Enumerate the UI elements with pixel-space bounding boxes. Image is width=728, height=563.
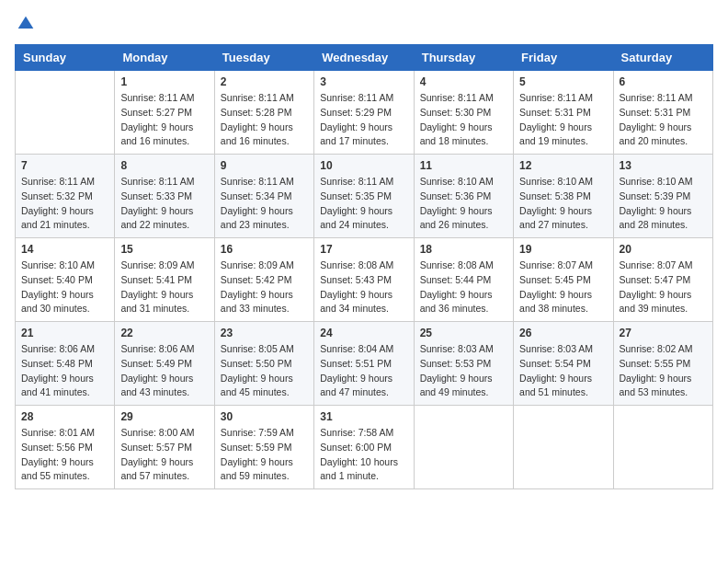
day-number: 6 [620,75,707,88]
page-header [15,15,713,33]
calendar-cell: 25Sunrise: 8:03 AMSunset: 5:53 PMDayligh… [414,322,513,406]
day-info: Sunrise: 8:02 AMSunset: 5:55 PMDaylight:… [620,342,707,400]
day-number: 8 [120,159,208,172]
day-number: 14 [21,243,108,256]
day-number: 31 [320,410,407,423]
day-number: 13 [620,159,707,172]
day-number: 29 [120,410,208,423]
day-number: 18 [420,243,507,256]
day-number: 23 [221,327,308,339]
day-number: 27 [620,327,707,339]
calendar-cell [16,71,115,155]
day-info: Sunrise: 8:10 AMSunset: 5:36 PMDaylight:… [420,175,507,233]
calendar-cell: 5Sunrise: 8:11 AMSunset: 5:31 PMDaylight… [514,71,613,155]
calendar-cell [613,406,712,489]
day-number: 26 [519,327,607,339]
day-number: 28 [21,410,108,423]
calendar-cell: 9Sunrise: 8:11 AMSunset: 5:34 PMDaylight… [214,155,313,238]
calendar-cell: 13Sunrise: 8:10 AMSunset: 5:39 PMDayligh… [613,155,712,238]
calendar-cell: 19Sunrise: 8:07 AMSunset: 5:45 PMDayligh… [514,238,613,322]
calendar-week-2: 7Sunrise: 8:11 AMSunset: 5:32 PMDaylight… [16,155,713,238]
day-number: 21 [21,327,108,339]
day-info: Sunrise: 8:11 AMSunset: 5:31 PMDaylight:… [620,91,707,149]
day-info: Sunrise: 8:10 AMSunset: 5:39 PMDaylight:… [620,175,707,233]
day-info: Sunrise: 8:11 AMSunset: 5:29 PMDaylight:… [320,91,407,149]
calendar-cell: 16Sunrise: 8:09 AMSunset: 5:42 PMDayligh… [214,238,313,322]
calendar-week-1: 1Sunrise: 8:11 AMSunset: 5:27 PMDaylight… [16,71,713,155]
day-info: Sunrise: 8:10 AMSunset: 5:38 PMDaylight:… [519,175,607,233]
day-number: 5 [519,75,607,88]
calendar-cell: 2Sunrise: 8:11 AMSunset: 5:28 PMDaylight… [214,71,313,155]
day-header-wednesday: Wednesday [314,45,414,71]
logo-icon [17,15,35,33]
logo [15,15,35,33]
calendar-cell: 12Sunrise: 8:10 AMSunset: 5:38 PMDayligh… [514,155,613,238]
calendar-cell: 23Sunrise: 8:05 AMSunset: 5:50 PMDayligh… [214,322,313,406]
day-info: Sunrise: 7:59 AMSunset: 5:59 PMDaylight:… [221,426,308,484]
calendar-cell: 4Sunrise: 8:11 AMSunset: 5:30 PMDaylight… [414,71,513,155]
day-info: Sunrise: 8:03 AMSunset: 5:54 PMDaylight:… [519,342,607,400]
calendar-cell: 6Sunrise: 8:11 AMSunset: 5:31 PMDaylight… [613,71,712,155]
calendar-cell [414,406,513,489]
day-number: 19 [519,243,607,256]
day-info: Sunrise: 8:11 AMSunset: 5:28 PMDaylight:… [221,91,308,149]
calendar-cell: 30Sunrise: 7:59 AMSunset: 5:59 PMDayligh… [214,406,313,489]
day-info: Sunrise: 8:07 AMSunset: 5:47 PMDaylight:… [620,259,707,316]
day-info: Sunrise: 8:07 AMSunset: 5:45 PMDaylight:… [519,259,607,316]
day-number: 2 [221,75,308,88]
day-number: 22 [120,327,208,339]
day-header-tuesday: Tuesday [214,45,313,71]
day-info: Sunrise: 8:09 AMSunset: 5:41 PMDaylight:… [120,259,208,316]
calendar-cell: 14Sunrise: 8:10 AMSunset: 5:40 PMDayligh… [16,238,115,322]
day-number: 1 [120,75,208,88]
calendar-cell: 22Sunrise: 8:06 AMSunset: 5:49 PMDayligh… [115,322,214,406]
calendar-cell: 1Sunrise: 8:11 AMSunset: 5:27 PMDaylight… [115,71,214,155]
day-info: Sunrise: 8:08 AMSunset: 5:44 PMDaylight:… [420,259,507,316]
day-header-sunday: Sunday [16,45,115,71]
day-number: 7 [21,159,108,172]
calendar-cell: 17Sunrise: 8:08 AMSunset: 5:43 PMDayligh… [314,238,414,322]
calendar-cell: 31Sunrise: 7:58 AMSunset: 6:00 PMDayligh… [314,406,414,489]
calendar: SundayMondayTuesdayWednesdayThursdayFrid… [15,44,713,489]
calendar-cell: 7Sunrise: 8:11 AMSunset: 5:32 PMDaylight… [16,155,115,238]
calendar-cell: 3Sunrise: 8:11 AMSunset: 5:29 PMDaylight… [314,71,414,155]
day-info: Sunrise: 8:11 AMSunset: 5:34 PMDaylight:… [221,175,308,233]
day-header-saturday: Saturday [613,45,712,71]
calendar-cell [514,406,613,489]
calendar-week-3: 14Sunrise: 8:10 AMSunset: 5:40 PMDayligh… [16,238,713,322]
day-info: Sunrise: 8:03 AMSunset: 5:53 PMDaylight:… [420,342,507,400]
calendar-cell: 8Sunrise: 8:11 AMSunset: 5:33 PMDaylight… [115,155,214,238]
calendar-cell: 15Sunrise: 8:09 AMSunset: 5:41 PMDayligh… [115,238,214,322]
day-number: 10 [320,159,407,172]
day-info: Sunrise: 8:11 AMSunset: 5:35 PMDaylight:… [320,175,407,233]
day-info: Sunrise: 8:06 AMSunset: 5:48 PMDaylight:… [21,342,108,400]
calendar-cell: 26Sunrise: 8:03 AMSunset: 5:54 PMDayligh… [514,322,613,406]
day-number: 16 [221,243,308,256]
day-number: 24 [320,327,407,339]
day-number: 11 [420,159,507,172]
day-header-friday: Friday [514,45,613,71]
day-number: 15 [120,243,208,256]
day-info: Sunrise: 8:05 AMSunset: 5:50 PMDaylight:… [221,342,308,400]
day-info: Sunrise: 8:11 AMSunset: 5:33 PMDaylight:… [120,175,208,233]
day-info: Sunrise: 8:08 AMSunset: 5:43 PMDaylight:… [320,259,407,316]
day-number: 30 [221,410,308,423]
day-number: 4 [420,75,507,88]
day-number: 3 [320,75,407,88]
calendar-cell: 20Sunrise: 8:07 AMSunset: 5:47 PMDayligh… [613,238,712,322]
calendar-cell: 29Sunrise: 8:00 AMSunset: 5:57 PMDayligh… [115,406,214,489]
calendar-week-4: 21Sunrise: 8:06 AMSunset: 5:48 PMDayligh… [16,322,713,406]
day-info: Sunrise: 8:06 AMSunset: 5:49 PMDaylight:… [120,342,208,400]
calendar-header-row: SundayMondayTuesdayWednesdayThursdayFrid… [16,45,713,71]
day-info: Sunrise: 7:58 AMSunset: 6:00 PMDaylight:… [320,426,407,484]
day-info: Sunrise: 8:11 AMSunset: 5:32 PMDaylight:… [21,175,108,233]
day-info: Sunrise: 8:11 AMSunset: 5:31 PMDaylight:… [519,91,607,149]
day-info: Sunrise: 8:11 AMSunset: 5:30 PMDaylight:… [420,91,507,149]
day-info: Sunrise: 8:00 AMSunset: 5:57 PMDaylight:… [120,426,208,484]
day-info: Sunrise: 8:01 AMSunset: 5:56 PMDaylight:… [21,426,108,484]
day-header-thursday: Thursday [414,45,513,71]
day-info: Sunrise: 8:04 AMSunset: 5:51 PMDaylight:… [320,342,407,400]
calendar-cell: 27Sunrise: 8:02 AMSunset: 5:55 PMDayligh… [613,322,712,406]
day-number: 17 [320,243,407,256]
day-number: 20 [620,243,707,256]
